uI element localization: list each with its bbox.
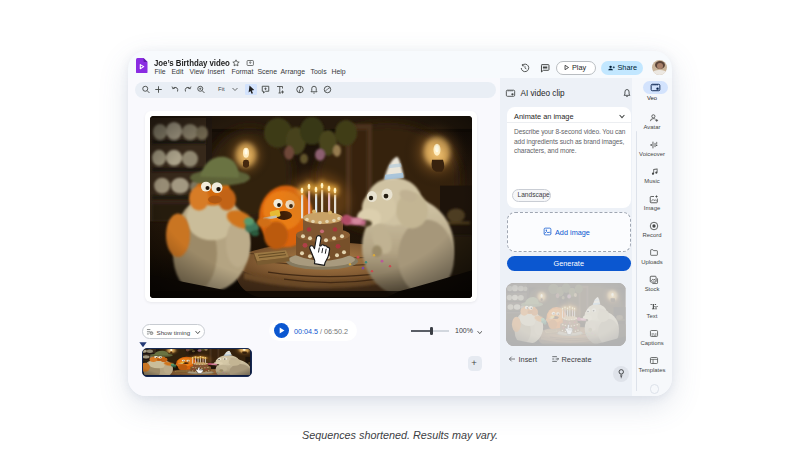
svg-text:Fit: Fit [218,86,225,92]
